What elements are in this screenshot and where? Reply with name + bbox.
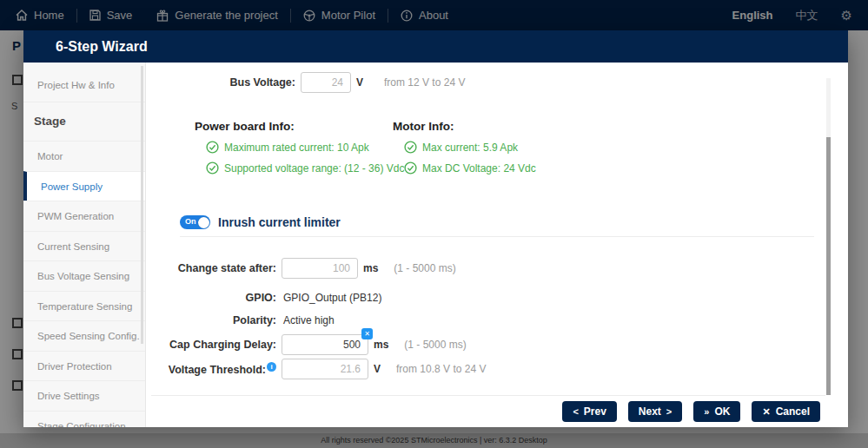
polarity-value: Active high: [283, 314, 335, 326]
ok-button[interactable]: » OK: [693, 401, 740, 422]
gpio-label: GPIO:: [146, 292, 276, 304]
prev-button[interactable]: < Prev: [562, 401, 616, 422]
footer-divider: [151, 395, 825, 396]
next-button-label: Next: [639, 405, 661, 418]
cancel-button[interactable]: ✕ Cancel: [752, 401, 820, 422]
change-state-unit: ms: [363, 262, 378, 274]
sidebar-section-stage: Stage: [23, 102, 145, 141]
sidebar-item-temperature-sensing[interactable]: Temperature Sensing: [23, 291, 145, 321]
wizard-buttons: < Prev Next > » OK ✕ Cancel: [562, 401, 820, 422]
polarity-row: Polarity: Active high: [146, 309, 335, 332]
change-state-range: (1 - 5000 ms): [394, 262, 455, 274]
reset-value-icon[interactable]: ✕: [361, 328, 373, 339]
check-circle-icon: [206, 141, 219, 154]
sidebar-item-power-supply[interactable]: Power Supply: [23, 171, 145, 201]
bus-voltage-row: Bus Voltage: V from 12 V to 24 V: [146, 69, 465, 96]
dialog-title: 6-Step Wizard: [23, 30, 848, 63]
voltage-threshold-input[interactable]: [282, 359, 368, 379]
prev-button-label: Prev: [584, 405, 606, 418]
toggle-knob: [198, 217, 209, 228]
chevron-right-icon: >: [666, 406, 672, 417]
voltage-threshold-label: Voltage Threshold:i: [146, 362, 276, 376]
toggle-on-label: On: [185, 217, 196, 226]
bus-voltage-unit: V: [356, 76, 363, 89]
info-item-text: Maximum rated current: 10 Apk: [224, 142, 369, 154]
list-item: Supported voltage range: (12 - 36) Vdc: [195, 161, 404, 175]
sidebar-item-bus-voltage-sensing[interactable]: Bus Voltage Sensing: [23, 260, 145, 291]
change-state-row: Change state after: ms (1 - 5000 ms): [146, 255, 456, 281]
change-state-input[interactable]: [282, 258, 358, 279]
power-board-info-title: Power board Info:: [195, 120, 404, 133]
voltage-threshold-row: Voltage Threshold:i V from 10.8 V to 24 …: [146, 356, 486, 382]
app-window: Home Save Generate the project Motor Pil…: [0, 0, 868, 448]
polarity-label: Polarity:: [146, 314, 276, 326]
voltage-threshold-range: from 10.8 V to 24 V: [396, 363, 486, 375]
info-badge-icon[interactable]: i: [267, 362, 276, 372]
bus-voltage-label: Bus Voltage:: [146, 76, 295, 89]
motor-info-title: Motor Info:: [393, 120, 536, 133]
info-item-text: Max current: 5.9 Apk: [422, 142, 518, 154]
voltage-threshold-unit: V: [374, 363, 381, 375]
list-item: Max current: 5.9 Apk: [393, 141, 536, 154]
gpio-value: GPIO_Output (PB12): [283, 292, 381, 304]
cap-charging-delay-row: Cap Charging Delay: ✕ ms (1 - 5000 ms): [146, 332, 467, 358]
inrush-limiter-toggle[interactable]: On: [180, 215, 210, 229]
info-item-text: Supported voltage range: (12 - 36) Vdc: [224, 162, 404, 175]
sidebar-item-speed-sensing-config[interactable]: Speed Sensing Config.: [23, 320, 145, 351]
wizard-sidebar: Project Hw & Info Stage Motor Power Supp…: [23, 63, 146, 427]
cap-charging-delay-range: (1 - 5000 ms): [404, 339, 466, 351]
list-item: Max DC Voltage: 24 Vdc: [393, 161, 536, 175]
motor-info: Motor Info: Max current: 5.9 Apk Max DC …: [393, 120, 536, 175]
bus-voltage-input[interactable]: [301, 72, 351, 93]
power-board-info: Power board Info: Maximum rated current:…: [195, 120, 404, 175]
double-chevron-icon: »: [704, 406, 709, 417]
cap-charging-delay-input[interactable]: [282, 334, 368, 355]
six-step-wizard-dialog: 6-Step Wizard Project Hw & Info Stage Mo…: [23, 30, 848, 427]
check-circle-icon: [404, 141, 417, 154]
sidebar-item-current-sensing[interactable]: Current Sensing: [23, 231, 145, 261]
info-item-text: Max DC Voltage: 24 Vdc: [422, 162, 536, 175]
sidebar-item-stage-configuration[interactable]: Stage Configuration: [23, 411, 145, 428]
check-circle-icon: [206, 161, 219, 175]
bus-voltage-range: from 12 V to 24 V: [384, 76, 465, 89]
next-button[interactable]: Next >: [628, 401, 682, 422]
sidebar-scrollbar[interactable]: [141, 66, 143, 344]
content-scrollbar-thumb[interactable]: [826, 137, 831, 395]
sidebar-item-project-hw-info[interactable]: Project Hw & Info: [23, 68, 145, 102]
gpio-row: GPIO: GPIO_Output (PB12): [146, 287, 381, 309]
inrush-limiter-title: Inrush current limiter: [218, 215, 341, 229]
chevron-left-icon: <: [573, 406, 578, 417]
inrush-limiter-header: On Inrush current limiter: [180, 215, 341, 229]
check-circle-icon: [404, 161, 417, 175]
sidebar-item-driver-protection[interactable]: Driver Protection: [23, 351, 145, 381]
ok-button-label: OK: [714, 405, 730, 418]
cap-charging-delay-label: Cap Charging Delay:: [146, 339, 276, 351]
cap-charging-delay-unit: ms: [374, 339, 388, 351]
close-icon: ✕: [762, 406, 770, 418]
section-divider: [180, 236, 814, 237]
sidebar-item-drive-settings[interactable]: Drive Settings: [23, 380, 145, 411]
voltage-threshold-label-text: Voltage Threshold:: [169, 364, 266, 376]
wizard-content: Bus Voltage: V from 12 V to 24 V Power b…: [146, 63, 848, 427]
cancel-button-label: Cancel: [776, 405, 810, 418]
list-item: Maximum rated current: 10 Apk: [195, 141, 404, 154]
change-state-label: Change state after:: [146, 262, 276, 274]
sidebar-item-pwm-generation[interactable]: PWM Generation: [23, 201, 145, 231]
sidebar-item-motor[interactable]: Motor: [23, 141, 145, 171]
